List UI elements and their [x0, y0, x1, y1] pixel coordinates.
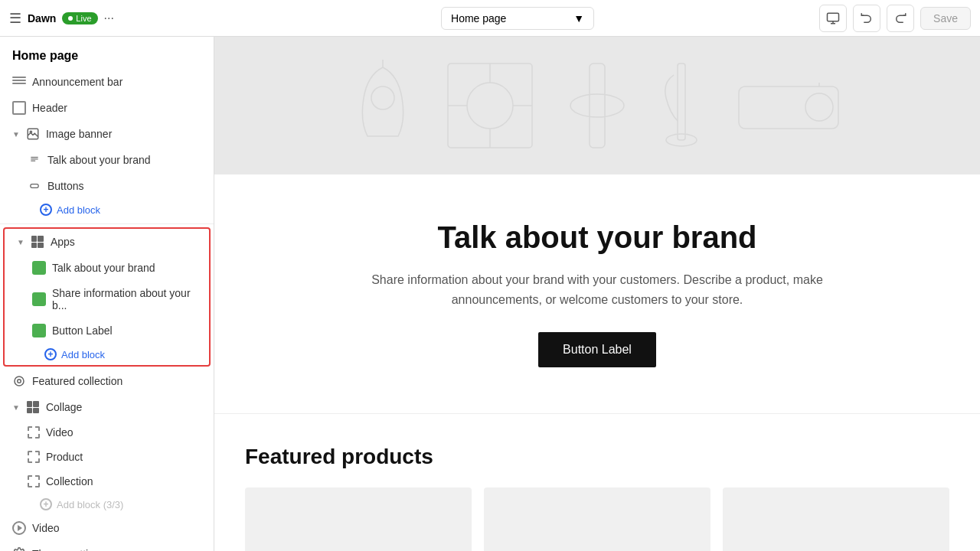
redo-button[interactable]: [887, 5, 914, 32]
add-block-apps-icon: +: [44, 348, 57, 360]
svg-rect-0: [828, 13, 839, 21]
buttons-icon: [28, 179, 41, 193]
page-selector-label: Home page: [451, 12, 506, 24]
add-block-image-banner[interactable]: + Add block: [0, 199, 214, 220]
sidebar-item-announcement-bar[interactable]: Announcement bar: [0, 69, 214, 95]
svg-point-12: [371, 86, 394, 109]
collage-icon: [26, 400, 40, 414]
talk-text-icon: [28, 153, 41, 167]
video-section-label: Video: [32, 522, 201, 534]
content-title: Talk about your brand: [245, 220, 949, 255]
svg-rect-22: [678, 64, 685, 140]
page-selector[interactable]: Home page ▼: [441, 7, 594, 30]
svg-rect-24: [739, 86, 838, 129]
add-block-collage-icon: +: [40, 498, 52, 510]
sidebar-item-collage-product[interactable]: Product: [0, 445, 214, 469]
apps-talk-label: Talk about your brand: [52, 262, 197, 274]
featured-collection-icon: [12, 374, 26, 388]
image-banner-icon: [26, 127, 40, 141]
product-card-1: [245, 487, 472, 551]
sidebar-item-buttons[interactable]: Buttons: [0, 173, 214, 199]
image-banner-label: Image banner: [46, 128, 201, 140]
sidebar-item-talk-about-brand[interactable]: Talk about your brand: [0, 147, 214, 173]
product-card-3: [723, 487, 949, 551]
live-badge: Live: [62, 12, 97, 24]
collage-collection-icon: [28, 475, 40, 487]
svg-point-25: [805, 93, 833, 121]
apps-icon: [31, 235, 44, 249]
add-block-apps[interactable]: + Add block: [5, 344, 209, 365]
add-block-image-icon: +: [40, 204, 52, 216]
desktop-preview-button[interactable]: [819, 5, 847, 32]
main-layout: Home page Announcement bar Header ▼ Imag…: [0, 37, 980, 551]
content-cta-button[interactable]: Button Label: [538, 332, 656, 367]
sidebar-title: Home page: [0, 37, 214, 69]
sidebar-item-image-banner[interactable]: ▼ Image banner: [0, 121, 214, 147]
more-options-button[interactable]: ···: [104, 11, 114, 25]
add-block-image-label: Add block: [57, 204, 100, 216]
sidebar-item-apps-talk[interactable]: Talk about your brand: [5, 255, 209, 281]
preview-content: Talk about your brand Share information …: [214, 37, 980, 551]
svg-point-10: [18, 380, 21, 383]
featured-collection-label: Featured collection: [32, 375, 201, 387]
image-banner-collapse-arrow: ▼: [12, 130, 20, 139]
sidebar-item-header[interactable]: Header: [0, 95, 214, 121]
apps-button-icon: [32, 324, 46, 337]
product-card-2: [484, 487, 710, 551]
announcement-bar-icon: [12, 75, 26, 89]
add-block-collage-label: Add block (3/3): [57, 499, 123, 510]
apps-button-label: Button Label: [52, 324, 197, 337]
collage-label: Collage: [46, 401, 201, 413]
svg-point-4: [30, 131, 31, 132]
header-label: Header: [32, 102, 201, 114]
content-description: Share information about your brand with …: [368, 270, 827, 309]
collage-collection-label: Collection: [46, 475, 201, 487]
sidebar-item-featured-collection[interactable]: Featured collection: [0, 368, 214, 394]
svg-point-9: [15, 377, 24, 386]
topbar: ☰ Dawn Live ··· Home page ▼ Save: [0, 0, 980, 37]
featured-products-section: Featured products: [214, 414, 980, 551]
sidebar-item-collage[interactable]: ▼ Collage: [0, 394, 214, 420]
image-banner-preview: [214, 37, 980, 174]
sidebar-item-apps-button[interactable]: Button Label: [5, 318, 209, 344]
theme-settings-icon: [12, 547, 26, 551]
add-block-collage: + Add block (3/3): [0, 494, 214, 515]
featured-products-title: Featured products: [245, 445, 949, 469]
svg-rect-8: [31, 184, 39, 188]
sidebar-item-video[interactable]: Video: [0, 515, 214, 541]
collage-product-label: Product: [46, 451, 201, 463]
topbar-center: Home page ▼: [225, 7, 810, 30]
sidebar: Home page Announcement bar Header ▼ Imag…: [0, 37, 214, 551]
collage-video-label: Video: [46, 426, 201, 439]
banner-sketch-icons: [352, 60, 842, 152]
svg-rect-20: [590, 64, 605, 148]
apps-share-icon: [32, 292, 46, 306]
page-selector-chevron: ▼: [573, 12, 584, 24]
talk-about-brand-label: Talk about your brand: [47, 154, 201, 166]
apps-collapse-arrow: ▼: [17, 238, 24, 246]
collage-video-icon: [28, 426, 40, 439]
sidebar-item-theme-settings[interactable]: Theme settings: [0, 541, 214, 551]
buttons-label: Buttons: [47, 180, 201, 192]
add-block-apps-label: Add block: [61, 349, 105, 360]
undo-button[interactable]: [853, 5, 880, 32]
topbar-right: Save: [819, 5, 971, 32]
sidebar-item-apps-share[interactable]: Share information about your b...: [5, 281, 209, 318]
sidebar-item-apps[interactable]: ▼ Apps: [5, 229, 209, 255]
brand-name: Dawn: [28, 12, 56, 24]
collapse-sidebar-icon[interactable]: ☰: [9, 10, 21, 27]
preview-area: Talk about your brand Share information …: [214, 37, 980, 551]
sidebar-item-collage-collection[interactable]: Collection: [0, 469, 214, 494]
content-section: Talk about your brand Share information …: [214, 174, 980, 414]
announcement-bar-label: Announcement bar: [32, 76, 201, 88]
svg-point-15: [467, 83, 513, 129]
live-dot: [68, 16, 73, 21]
sidebar-item-collage-video[interactable]: Video: [0, 420, 214, 445]
theme-settings-label: Theme settings: [32, 548, 201, 551]
apps-label: Apps: [51, 236, 197, 248]
apps-section: ▼ Apps Talk about your brand Share infor…: [3, 227, 211, 367]
apps-talk-icon: [32, 261, 46, 275]
save-button[interactable]: Save: [920, 7, 971, 30]
live-label: Live: [76, 14, 91, 23]
apps-share-label: Share information about your b...: [52, 287, 197, 311]
